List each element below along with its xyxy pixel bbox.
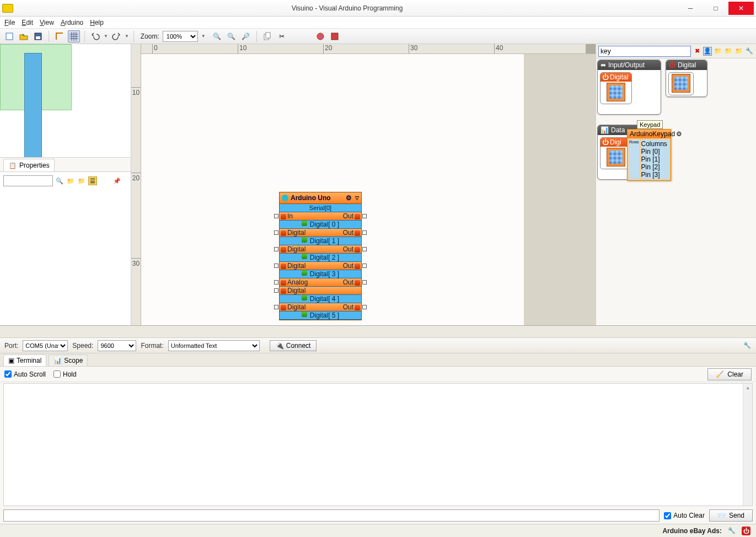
serial-settings-icon[interactable]: 🔧 (743, 341, 752, 350)
pal-btn-2[interactable]: 📁 (724, 47, 733, 56)
component-row[interactable]: DigitalOut (280, 262, 361, 270)
cut-button[interactable]: ✂ (276, 30, 288, 42)
power-icon: ⏻ (602, 73, 609, 81)
palette-panel: ✖ 👤 📁 📁 📁 🔧 ⬌Input/Output ⏻Digital ⏻Digi… (596, 44, 756, 325)
overview-panel[interactable] (0, 44, 131, 158)
undo-button[interactable] (89, 30, 101, 42)
menu-arduino[interactable]: Arduino (61, 19, 83, 26)
palette-chip-digital2[interactable] (668, 72, 694, 95)
keypad-thumb-icon (607, 83, 625, 101)
component-header[interactable]: Arduino Uno ⚙ ▽ (280, 192, 361, 204)
snap-button[interactable] (53, 30, 66, 42)
pal-settings-icon[interactable]: 🔧 (745, 47, 754, 56)
undo-dropdown[interactable]: ▼ (104, 34, 108, 39)
menu-edit[interactable]: Edit (22, 19, 33, 26)
filter-icon[interactable]: 👤 (703, 47, 712, 56)
new-button[interactable] (3, 30, 15, 42)
format-select[interactable]: Unformatted Text (168, 340, 260, 351)
auto-scroll-checkbox[interactable]: Auto Scroll (4, 370, 46, 378)
menu-view[interactable]: View (40, 19, 54, 26)
canvas[interactable]: Arduino Uno ⚙ ▽ Serial[0] InOutDigital[ … (141, 54, 596, 325)
tab-scope-label: Scope (64, 357, 83, 364)
auto-clear-checkbox[interactable]: Auto Clear (664, 512, 705, 519)
send-icon: 📨 (717, 512, 726, 519)
save-button[interactable] (32, 30, 44, 42)
maximize-button[interactable]: □ (703, 2, 728, 15)
component-row[interactable]: AnalogOut (280, 278, 361, 287)
ruler-horizontal: 010203040 (131, 44, 596, 54)
pal-btn-1[interactable]: 📁 (714, 47, 722, 56)
tooltip-component-preview: ArduinoKeypad⚙ Rows Columns Pin [0] Pin … (627, 129, 671, 181)
zoom-fit-button[interactable]: 🔎 (240, 30, 252, 42)
palette-chip-digital[interactable]: ⏻Digital (600, 72, 632, 104)
grid-button[interactable] (68, 30, 80, 42)
menubar: File Edit View Arduino Help (0, 17, 756, 29)
speed-label: Speed: (72, 342, 93, 350)
ads-settings-icon[interactable]: 🔧 (727, 527, 736, 535)
component-row[interactable]: DigitalOut (280, 245, 361, 254)
component-row[interactable]: Digital (280, 287, 361, 295)
send-button[interactable]: 📨Send (709, 509, 753, 522)
clear-search-icon[interactable]: ✖ (693, 47, 701, 56)
prop-btn-2[interactable]: 📁 (66, 176, 75, 185)
upload-button[interactable] (314, 30, 326, 42)
format-label: Format: (141, 342, 163, 350)
svg-rect-13 (331, 33, 338, 40)
copy-button[interactable] (261, 30, 274, 42)
prop-btn-4[interactable]: ☰ (88, 176, 97, 185)
menu-help[interactable]: Help (90, 19, 104, 26)
power-status-icon[interactable]: ⏻ (742, 527, 750, 535)
scrollbar[interactable]: ▴ (743, 384, 752, 506)
chevron-down-icon[interactable]: ▽ (355, 195, 359, 201)
terminal-input[interactable] (3, 509, 660, 522)
gear-icon[interactable]: ⚙ (346, 194, 352, 202)
window-title: Visuino - Visual Arduino Programming (17, 4, 678, 12)
tab-properties[interactable]: 📋 Properties (3, 159, 55, 171)
data-group-icon: 📊 (600, 126, 609, 134)
terminal-output[interactable]: ▴ (3, 383, 753, 506)
prop-pin-button[interactable]: 📌 (112, 176, 121, 185)
menu-file[interactable]: File (4, 19, 15, 26)
component-row[interactable]: DigitalOut (280, 303, 361, 312)
zoom-out-button[interactable]: 🔍 (226, 30, 238, 42)
properties-search[interactable] (3, 175, 53, 186)
close-button[interactable]: ✕ (728, 2, 754, 15)
component-row[interactable]: Digital[ 0 ] (280, 221, 361, 229)
tab-terminal[interactable]: ▣Terminal (3, 355, 46, 366)
prop-btn-1[interactable]: 🔍 (55, 176, 64, 185)
zoom-dropdown[interactable]: ▼ (201, 34, 206, 39)
palette-search[interactable] (598, 46, 691, 57)
component-subheader: Serial[0] (280, 204, 361, 212)
ruler-vertical: 102030 (131, 54, 141, 325)
minimize-button[interactable]: ─ (678, 2, 703, 15)
tab-scope[interactable]: 📊Scope (49, 355, 88, 366)
component-row[interactable]: DigitalOut (280, 229, 361, 237)
component-row[interactable]: Digital[ 4 ] (280, 295, 361, 303)
keypad-thumb-icon-2 (672, 74, 690, 93)
hold-checkbox[interactable]: Hold (53, 370, 77, 378)
component-row[interactable]: Digital[ 2 ] (280, 254, 361, 262)
pal-btn-3[interactable]: 📁 (734, 47, 743, 56)
component-row[interactable]: Digital[ 1 ] (280, 237, 361, 245)
component-row[interactable]: Digital[ 3 ] (280, 270, 361, 278)
open-button[interactable] (18, 30, 30, 42)
speed-select[interactable]: 9600 (98, 340, 136, 351)
port-select[interactable]: COM5 (Unava (23, 340, 68, 351)
palette-group-digital: ⏻Digital (666, 60, 707, 97)
zoom-in-button[interactable]: 🔍 (211, 30, 223, 42)
component-row[interactable]: InOut (280, 212, 361, 221)
redo-dropdown[interactable]: ▼ (125, 34, 129, 39)
component-row[interactable]: Digital[ 5 ] (280, 312, 361, 320)
verify-button[interactable] (329, 30, 341, 42)
component-title: Arduino Uno (291, 194, 331, 202)
component-arduino-uno[interactable]: Arduino Uno ⚙ ▽ Serial[0] InOutDigital[ … (279, 192, 362, 320)
zoom-select[interactable]: 100% (163, 31, 198, 42)
connect-button[interactable]: 🔌Connect (270, 340, 317, 351)
redo-button[interactable] (110, 30, 122, 42)
prop-btn-3[interactable]: 📁 (77, 176, 86, 185)
keypad-thumb-icon-3 (607, 148, 625, 167)
data-group-title: Data (611, 126, 625, 134)
statusbar: Arduino eBay Ads: 🔧 ⏻ (0, 524, 756, 537)
port-label: Port: (4, 342, 18, 350)
clear-button[interactable]: 🧹Clear (707, 368, 752, 380)
